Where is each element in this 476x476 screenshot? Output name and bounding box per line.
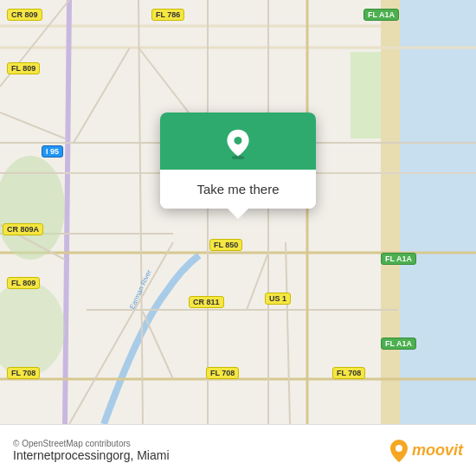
moovit-brand-text: moovit xyxy=(412,441,463,460)
svg-point-21 xyxy=(396,445,402,452)
road-label-fla1a-top: FL A1A xyxy=(363,9,399,21)
bottom-left: © OpenStreetMap contributors Internetpro… xyxy=(13,439,170,462)
road-label-i95: I 95 xyxy=(42,145,63,158)
svg-point-20 xyxy=(235,137,242,145)
road-label-fl850: FL 850 xyxy=(209,239,242,251)
road-label-cr811: CR 811 xyxy=(189,296,224,308)
svg-rect-1 xyxy=(398,0,476,424)
svg-rect-2 xyxy=(381,0,400,424)
location-pin-icon xyxy=(222,128,254,159)
take-me-there-button[interactable]: Take me there xyxy=(160,170,316,209)
copyright-text: © OpenStreetMap contributors xyxy=(13,439,170,448)
popup-card: Take me there xyxy=(160,113,316,209)
map-container: CR 809 FL 786 FL A1A FL 809 I 95 CR 809A… xyxy=(0,0,476,424)
moovit-pin-icon xyxy=(389,439,408,463)
popup-header xyxy=(160,113,316,170)
road-label-fla1a-mid: FL A1A xyxy=(381,253,416,265)
location-label: Internetprocessingorg, Miami xyxy=(13,448,170,462)
bottom-bar: © OpenStreetMap contributors Internetpro… xyxy=(0,424,476,476)
moovit-logo: moovit xyxy=(389,439,463,463)
road-label-us1: US 1 xyxy=(265,293,291,305)
road-label-fl809-bottom: FL 809 xyxy=(7,277,40,289)
road-label-cr809: CR 809 xyxy=(7,9,42,21)
road-label-fl809-left: FL 809 xyxy=(7,62,40,74)
svg-rect-18 xyxy=(351,52,381,138)
road-label-fla1a-bottom: FL A1A xyxy=(381,338,416,350)
road-label-fl708-mid: FL 708 xyxy=(206,367,239,379)
road-label-fl708-right: FL 708 xyxy=(332,367,365,379)
road-label-fl786: FL 786 xyxy=(151,9,184,21)
road-label-fl708-left: FL 708 xyxy=(7,367,40,379)
road-label-cr809a: CR 809A xyxy=(3,223,43,235)
